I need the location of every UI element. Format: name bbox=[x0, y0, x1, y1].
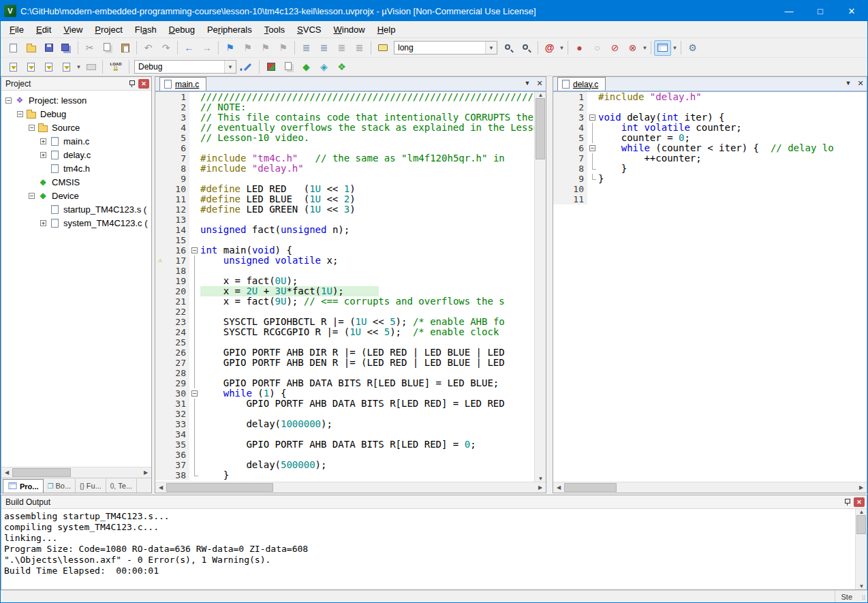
download-button[interactable]: LOAD⇊ bbox=[106, 59, 126, 75]
tree-expander-icon[interactable]: + bbox=[40, 152, 46, 158]
code-line[interactable]: 5 counter = 0; bbox=[553, 133, 867, 143]
undo-button[interactable]: ↶ bbox=[140, 40, 157, 56]
code-line[interactable]: 36 bbox=[155, 450, 534, 460]
code-line[interactable]: 20 x = 2U + 3U*fact(1U); bbox=[155, 286, 534, 296]
tree-item-tm4c-h[interactable]: tm4c.h bbox=[1, 161, 151, 175]
tab-list-dropdown[interactable]: ▼ bbox=[842, 77, 854, 89]
tree-expander-icon[interactable]: − bbox=[5, 97, 12, 104]
editor-hscrollbar[interactable]: ◀ ▶ bbox=[553, 482, 867, 493]
code-line[interactable]: 24 SYSCTL_RCGCGPIO_R |= (1U << 5); /* en… bbox=[155, 327, 534, 337]
splitter[interactable] bbox=[546, 76, 553, 493]
scroll-down-icon[interactable]: ▼ bbox=[535, 476, 546, 482]
file-extensions-button[interactable] bbox=[262, 59, 279, 75]
incremental-find-button[interactable] bbox=[518, 40, 535, 56]
code-line[interactable]: 25 bbox=[155, 337, 534, 347]
tree-item-source[interactable]: −Source bbox=[1, 121, 151, 134]
menu-help[interactable]: Help bbox=[371, 22, 402, 37]
panel-tab-te[interactable]: 0,Te... bbox=[106, 479, 137, 493]
fold-collapse-icon[interactable]: − bbox=[589, 114, 595, 121]
editor-vscrollbar[interactable]: ▲ ▼ bbox=[534, 92, 546, 482]
select-packs-button[interactable]: ◈ bbox=[315, 59, 332, 75]
menu-flash[interactable]: Flash bbox=[129, 22, 163, 37]
tree-expander-icon[interactable]: + bbox=[40, 220, 46, 226]
tree-item-debug[interactable]: −Debug bbox=[1, 107, 151, 121]
clear-bookmarks-button[interactable]: ⚑ bbox=[275, 40, 292, 56]
save-button[interactable] bbox=[40, 40, 57, 56]
new-file-button[interactable] bbox=[5, 40, 22, 56]
disable-all-breakpoints-button[interactable]: ⊘ bbox=[606, 40, 623, 56]
code-line[interactable]: 4 int volatile counter; bbox=[553, 123, 867, 133]
code-line[interactable]: 6− while (counter < iter) { // delay lo bbox=[553, 143, 867, 153]
tree-item-project-lesson[interactable]: −❖Project: lesson bbox=[1, 93, 151, 107]
scroll-up-icon[interactable]: ▲ bbox=[856, 509, 867, 515]
menu-edit[interactable]: Edit bbox=[30, 22, 57, 37]
kill-all-breakpoints-button[interactable]: ⊗ bbox=[624, 40, 641, 56]
chevron-down-icon[interactable]: ▼ bbox=[485, 42, 497, 54]
toggle-bookmark-button[interactable]: ⚑ bbox=[221, 40, 238, 56]
comment-button[interactable]: ≣ bbox=[333, 40, 350, 56]
fold-margin[interactable]: − bbox=[587, 112, 598, 123]
fold-collapse-icon[interactable]: − bbox=[191, 247, 198, 253]
stop-build-button[interactable] bbox=[82, 59, 99, 75]
code-line[interactable]: 16−int main(void) { bbox=[155, 245, 534, 256]
indent-button[interactable]: ≣ bbox=[315, 40, 332, 56]
scroll-left-icon[interactable]: ◀ bbox=[553, 484, 564, 491]
tree-expander-icon[interactable]: − bbox=[29, 193, 35, 199]
fold-margin[interactable]: − bbox=[587, 143, 598, 153]
code-line[interactable]: 21 x = fact(9U); // <== corrupts and ove… bbox=[155, 296, 534, 307]
code-line[interactable]: 9} bbox=[553, 174, 867, 184]
panel-tab-fu[interactable]: {}Fu... bbox=[76, 479, 106, 493]
next-bookmark-button[interactable]: ⚑ bbox=[257, 40, 274, 56]
find-symbol-button[interactable]: @ bbox=[541, 40, 558, 56]
code-line[interactable]: 8#include "delay.h" bbox=[155, 164, 534, 174]
fold-margin[interactable]: − bbox=[189, 245, 200, 256]
code-line[interactable]: 9 bbox=[155, 174, 534, 184]
code-line[interactable]: 5// Lesson-10 video. bbox=[155, 133, 534, 143]
code-line[interactable]: 10#define LED_RED (1U << 1) bbox=[155, 184, 534, 194]
configure-button[interactable]: ⚙ bbox=[684, 40, 701, 56]
code-line[interactable]: 32 bbox=[155, 409, 534, 419]
code-line[interactable]: 29 GPIO_PORTF_AHB_DATA_BITS_R[LED_BLUE] … bbox=[155, 378, 534, 388]
scroll-left-icon[interactable]: ◀ bbox=[1, 469, 12, 476]
prev-bookmark-button[interactable]: ⚑ bbox=[239, 40, 256, 56]
scroll-right-icon[interactable]: ▶ bbox=[140, 469, 151, 476]
paste-button[interactable] bbox=[117, 40, 134, 56]
code-line[interactable]: 13 bbox=[155, 215, 534, 225]
configure-find-button[interactable] bbox=[374, 40, 391, 56]
code-line[interactable]: 14unsigned fact(unsigned n); bbox=[155, 225, 534, 235]
code-line[interactable]: 18 bbox=[155, 266, 534, 276]
code-line[interactable]: 1#include "delay.h" bbox=[553, 92, 867, 102]
code-line[interactable]: 3−void delay(int iter) { bbox=[553, 112, 867, 123]
open-file-button[interactable] bbox=[22, 40, 40, 56]
target-combobox[interactable]: Debug ▼ bbox=[134, 60, 236, 74]
tree-item-cmsis[interactable]: ◆CMSIS bbox=[1, 175, 151, 189]
code-line[interactable]: 12#define LED_GREEN (1U << 3) bbox=[155, 204, 534, 215]
scroll-right-icon[interactable]: ▶ bbox=[856, 484, 867, 491]
scroll-left-icon[interactable]: ◀ bbox=[155, 484, 166, 491]
chevron-down-icon[interactable]: ▼ bbox=[224, 61, 236, 73]
menu-window[interactable]: Window bbox=[327, 22, 371, 37]
code-line[interactable]: 2 bbox=[553, 102, 867, 112]
code-line[interactable]: 28 bbox=[155, 368, 534, 378]
code-line[interactable]: 11 bbox=[553, 194, 867, 204]
tab-list-dropdown[interactable]: ▼ bbox=[521, 77, 533, 89]
navigate-forward-button[interactable]: → bbox=[198, 40, 215, 56]
resize-grip[interactable] bbox=[858, 591, 867, 602]
code-line[interactable]: 33 delay(1000000); bbox=[155, 419, 534, 429]
tab-close-button[interactable]: ✕ bbox=[533, 77, 546, 89]
code-line[interactable]: 1///////////////////////////////////////… bbox=[155, 92, 534, 102]
menu-view[interactable]: View bbox=[57, 22, 89, 37]
code-area-main-c[interactable]: 1///////////////////////////////////////… bbox=[155, 92, 534, 482]
build-output-close-button[interactable]: ✕ bbox=[854, 497, 865, 507]
code-line[interactable]: 7 ++counter; bbox=[553, 153, 867, 164]
breakpoint-dropdown[interactable]: ▼ bbox=[642, 45, 648, 51]
navigate-back-button[interactable]: ← bbox=[181, 40, 198, 56]
tree-expander-icon[interactable]: + bbox=[40, 138, 46, 144]
redo-button[interactable]: ↷ bbox=[157, 40, 174, 56]
code-line[interactable]: 19 x = fact(0U); bbox=[155, 276, 534, 286]
scroll-up-icon[interactable]: ▲ bbox=[535, 92, 546, 98]
code-line[interactable]: 27 GPIO_PORTF_AHB_DEN_R |= (LED_RED | LE… bbox=[155, 358, 534, 368]
save-all-button[interactable] bbox=[58, 40, 75, 56]
fold-margin[interactable]: − bbox=[189, 388, 200, 399]
project-panel-close-button[interactable]: ✕ bbox=[138, 79, 149, 89]
